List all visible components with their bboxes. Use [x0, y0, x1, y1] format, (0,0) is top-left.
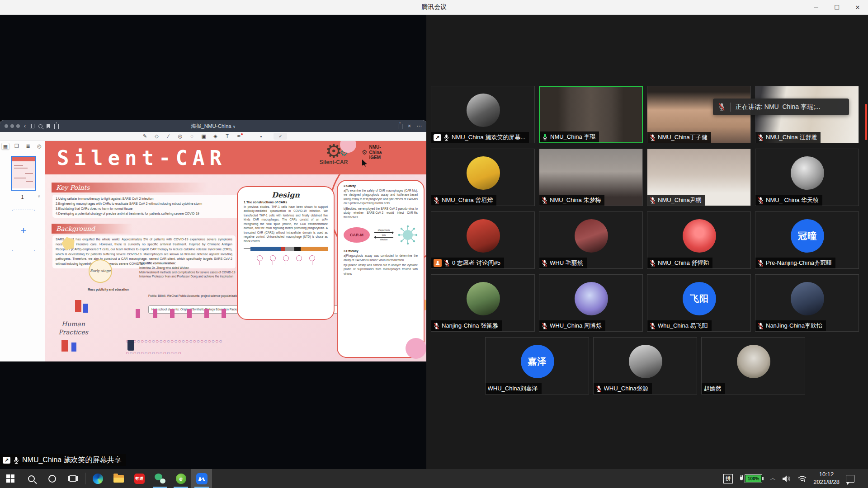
task-view-button[interactable]	[62, 469, 83, 488]
export-icon[interactable]	[398, 124, 402, 129]
participant-label: NMU_China 舒惺贻	[647, 258, 712, 268]
youdao-button[interactable]: 有道	[129, 469, 150, 488]
annotation-tool-icon[interactable]: T	[222, 133, 233, 139]
participant-name: Nanjing-China 张笛雅	[442, 322, 498, 330]
participant-label: Pre-Nanjing-China齐冠曈	[755, 258, 835, 268]
tencent-meeting-button[interactable]	[191, 469, 212, 488]
avatar	[737, 345, 770, 378]
avatar: 嘉泽	[521, 345, 554, 378]
annotation-tool-icon[interactable]: ◇	[151, 133, 163, 139]
participant-tile[interactable]: 赵嫣然	[701, 337, 805, 394]
mic-muted-icon	[434, 197, 439, 204]
mic-muted-icon	[650, 259, 656, 267]
sidebar-tool-icon[interactable]: ▦	[1, 143, 9, 150]
participant-tile[interactable]: ↗ NMU_China 施欢笑的屏幕...	[431, 86, 535, 143]
maximize-button[interactable]: ☐	[826, 0, 847, 14]
taskbar-clock[interactable]: 10:12 2021/8/28	[813, 471, 840, 486]
pdf-close-icon[interactable]: ×	[408, 123, 411, 129]
walking-figure-icon	[187, 309, 192, 318]
mic-muted-icon	[542, 259, 547, 267]
annotation-tool-icon[interactable]: ◎	[175, 133, 186, 139]
mic-muted-icon	[434, 322, 439, 330]
color-dot-icon[interactable]: •	[260, 134, 262, 139]
page-caret-icon[interactable]: ∨	[38, 194, 40, 198]
browser-360-button[interactable]: e	[170, 469, 191, 488]
participant-tile[interactable]: WHU 毛丽然	[539, 211, 643, 269]
system-tray: 拼 100% ︿ 10:12 2021/8/28	[723, 471, 868, 486]
annotation-tool-icon[interactable]: ◈	[210, 133, 222, 139]
design-text: In previous studies, THP-1 cells have be…	[244, 205, 328, 243]
participant-tile[interactable]: 0 志愿者 讨论间#5	[431, 211, 535, 269]
gear-mini-icon: ⚙	[362, 149, 368, 156]
participant-name: NMU_China 施欢笑的屏幕...	[452, 133, 525, 141]
walking-figure-icon	[204, 309, 209, 318]
participant-tile[interactable]: WHU_China 周博烁	[539, 274, 643, 332]
avatar	[467, 156, 500, 190]
add-page-button[interactable]: +	[12, 210, 35, 251]
sidebar-tool-icon[interactable]: ◎	[35, 143, 43, 150]
sidebar-tool-icon[interactable]: ❒	[13, 143, 21, 150]
background-heading: Background	[52, 224, 133, 234]
file-explorer-button[interactable]	[108, 469, 129, 488]
avatar	[791, 156, 824, 190]
participant-tile[interactable]: 冠曈 Pre-Nanjing-China齐冠曈	[755, 211, 859, 269]
annotation-tool-icon[interactable]: ✎	[139, 133, 151, 139]
participant-tile[interactable]: 嘉泽 WHU_China刘嘉泽	[485, 337, 589, 394]
poster-title: Silent-CAR	[57, 146, 226, 169]
walking-figure-icon	[153, 309, 157, 318]
annotation-tool-icon[interactable]: ▣	[198, 133, 210, 139]
taskbar-search-button[interactable]	[21, 469, 42, 488]
participant-name: WHU_China 周博烁	[550, 322, 602, 330]
close-button[interactable]: ✕	[847, 0, 868, 14]
participant-tile[interactable]: 飞阳 Whu_China 易飞阳	[647, 274, 751, 332]
safety-text-b: b)Besides, we employed the SARS-CoV-2 ps…	[344, 206, 418, 219]
efficacy-heading: 3.Efficacy	[344, 249, 418, 253]
participant-tile[interactable]: NMU_China 曾垣烨	[431, 149, 535, 206]
participant-name: NMU_China 舒惺贻	[658, 259, 709, 267]
wifi-icon[interactable]	[797, 475, 807, 483]
window-titlebar: 腾讯会议 ─ ☐ ✕	[0, 0, 868, 15]
folder-icon	[113, 475, 124, 483]
scrollbar-thumb[interactable]	[865, 104, 867, 140]
car-construct-diagram	[244, 247, 328, 251]
avatar	[467, 94, 500, 127]
participant-tile[interactable]: NMU_ China 华天桢	[755, 149, 859, 206]
participant-tile[interactable]: NMU_China尹桐	[647, 149, 751, 206]
participant-tile[interactable]: NanJing-China李欣怡	[755, 274, 859, 332]
participant-name: NMU_China尹桐	[658, 196, 702, 204]
screen-share-icon: ↗	[434, 134, 441, 141]
tray-expand-chevron[interactable]: ︿	[770, 475, 776, 482]
dna-chain-decoration: ○○○○○○○○○○○○○○○○○○○○○○○○○○	[126, 338, 223, 344]
participant-label: NanJing-China李欣怡	[755, 320, 826, 331]
participant-tile[interactable]: Nanjing-China 张笛雅	[431, 274, 535, 332]
participant-tile[interactable]: WHU_China张源	[593, 337, 697, 394]
participant-name: NMU_China 李琨	[550, 133, 595, 141]
battery-indicator[interactable]: 100%	[739, 475, 764, 483]
wechat-button[interactable]	[150, 469, 170, 488]
action-center-icon[interactable]	[846, 475, 854, 483]
page-thumbnail[interactable]	[11, 156, 36, 191]
ime-indicator[interactable]: 拼	[723, 474, 733, 483]
minimize-button[interactable]: ─	[806, 0, 826, 14]
participant-label: NMU_ China 华天桢	[755, 195, 822, 206]
annotation-tool-icon[interactable]: ∕	[163, 133, 175, 139]
sidebar-tool-icon[interactable]: ≣	[24, 143, 32, 150]
cortana-button[interactable]	[42, 469, 62, 488]
speaker-icon[interactable]	[782, 475, 791, 483]
participant-name: Whu_China 易飞阳	[658, 322, 708, 330]
human-practices-label: Human Practices	[52, 320, 95, 336]
annotation-tool-icon[interactable]: ◌	[186, 133, 198, 139]
annotation-tool-icon[interactable]: ✒	[233, 133, 245, 139]
phone-icon	[127, 340, 134, 351]
edge-browser-button[interactable]	[87, 469, 108, 488]
participant-tile[interactable]: NMU_China 李琨	[539, 86, 643, 143]
participant-tile[interactable]: NMU_China 舒惺贻	[647, 211, 751, 269]
participant-tile[interactable]: NMU_China 朱梦梅	[539, 149, 643, 206]
start-button[interactable]	[0, 469, 21, 488]
mic-icon	[542, 133, 548, 141]
avatar: 冠曈	[791, 219, 824, 253]
title-caret-icon[interactable]: ∨	[233, 125, 236, 129]
more-icon[interactable]: ⋯	[416, 123, 422, 129]
participant-name: Pre-Nanjing-China齐冠曈	[766, 259, 832, 267]
confirm-annotation-button[interactable]: ✓	[274, 133, 287, 140]
